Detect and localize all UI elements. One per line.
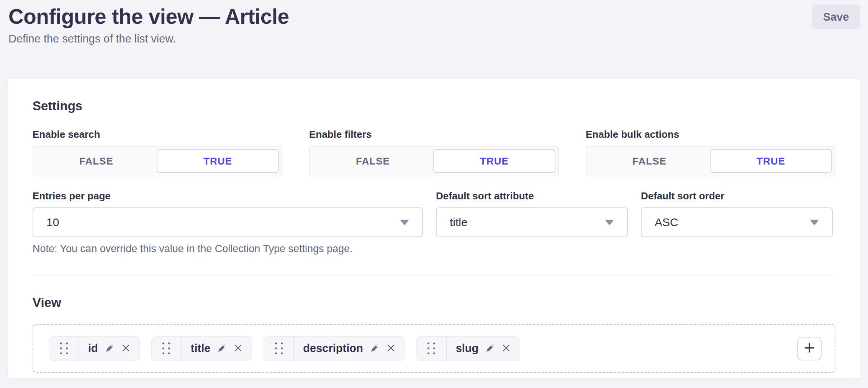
- caret-down-icon: [605, 220, 614, 225]
- enable-filters-field: Enable filters FALSE TRUE: [309, 129, 559, 176]
- save-button[interactable]: Save: [812, 5, 860, 29]
- default-sort-order-field: Default sort order ASC: [641, 190, 833, 255]
- enable-search-false-option[interactable]: FALSE: [36, 149, 157, 173]
- enable-bulk-actions-true-option[interactable]: TRUE: [710, 149, 832, 173]
- default-sort-order-label: Default sort order: [641, 190, 833, 202]
- field-chip-label: title: [191, 342, 211, 355]
- pencil-icon: [370, 343, 380, 354]
- edit-field-button[interactable]: [370, 343, 380, 354]
- drag-handle[interactable]: [152, 337, 182, 360]
- drag-handle-icon: [275, 342, 283, 354]
- drag-handle-icon: [162, 342, 170, 354]
- field-chip-id[interactable]: id: [49, 336, 140, 361]
- caret-down-icon: [400, 220, 409, 225]
- remove-field-button[interactable]: [234, 344, 242, 354]
- default-sort-order-value: ASC: [655, 216, 678, 229]
- enable-search-label: Enable search: [33, 129, 282, 140]
- caret-down-icon: [810, 220, 819, 225]
- drag-handle[interactable]: [49, 337, 79, 360]
- chip-body: description: [294, 337, 404, 360]
- drag-handle-icon: [60, 342, 68, 354]
- close-icon: [121, 344, 130, 354]
- drag-handle[interactable]: [264, 337, 294, 360]
- chip-body: slug: [447, 337, 520, 360]
- enable-filters-false-option[interactable]: FALSE: [313, 149, 433, 173]
- field-chip-label: description: [303, 342, 363, 355]
- close-icon: [234, 344, 242, 354]
- edit-field-button[interactable]: [217, 343, 227, 354]
- toggles-row: Enable search FALSE TRUE Enable filters …: [33, 129, 835, 176]
- enable-bulk-actions-false-option[interactable]: FALSE: [589, 149, 710, 173]
- remove-field-button[interactable]: [121, 344, 130, 354]
- field-chip-description[interactable]: description: [264, 336, 405, 361]
- entries-per-page-field: Entries per page 10 Note: You can overri…: [33, 190, 423, 255]
- default-sort-order-select[interactable]: ASC: [641, 207, 833, 237]
- enable-filters-toggle: FALSE TRUE: [309, 146, 559, 176]
- drag-handle[interactable]: [417, 337, 447, 360]
- chip-body: id: [79, 337, 139, 360]
- enable-bulk-actions-label: Enable bulk actions: [586, 129, 835, 140]
- enable-bulk-actions-toggle: FALSE TRUE: [586, 146, 835, 176]
- enable-bulk-actions-field: Enable bulk actions FALSE TRUE: [586, 129, 835, 176]
- settings-heading: Settings: [33, 99, 835, 113]
- close-icon: [502, 344, 511, 354]
- pencil-icon: [105, 343, 115, 354]
- enable-search-toggle: FALSE TRUE: [33, 146, 282, 176]
- remove-field-button[interactable]: [387, 344, 395, 354]
- edit-field-button[interactable]: [105, 343, 115, 354]
- section-divider: [33, 275, 835, 276]
- chip-body: title: [182, 337, 252, 360]
- pencil-icon: [485, 343, 495, 354]
- drag-handle-icon: [427, 342, 435, 354]
- default-sort-attribute-field: Default sort attribute title: [436, 190, 628, 255]
- settings-card: Settings Enable search FALSE TRUE Enable…: [8, 79, 860, 378]
- entries-per-page-note: Note: You can override this value in the…: [33, 243, 423, 255]
- enable-search-true-option[interactable]: TRUE: [157, 149, 279, 173]
- default-sort-attribute-value: title: [450, 216, 468, 229]
- remove-field-button[interactable]: [502, 344, 511, 354]
- plus-icon: [803, 342, 816, 355]
- page-title: Configure the view — Article: [8, 5, 860, 29]
- entries-per-page-select[interactable]: 10: [33, 207, 423, 237]
- page-subtitle: Define the settings of the list view.: [8, 33, 860, 45]
- field-chip-slug[interactable]: slug: [416, 336, 521, 361]
- enable-search-field: Enable search FALSE TRUE: [33, 129, 282, 176]
- view-heading: View: [33, 295, 835, 310]
- field-chip-label: id: [88, 342, 98, 355]
- default-sort-attribute-label: Default sort attribute: [436, 190, 628, 202]
- pencil-icon: [217, 343, 227, 354]
- field-chip-label: slug: [456, 342, 479, 355]
- default-sort-attribute-select[interactable]: title: [436, 207, 628, 237]
- edit-field-button[interactable]: [485, 343, 495, 354]
- field-chip-title[interactable]: title: [151, 336, 252, 361]
- selects-row: Entries per page 10 Note: You can overri…: [33, 190, 835, 255]
- enable-filters-label: Enable filters: [309, 129, 559, 140]
- page-header: Configure the view — Article Define the …: [0, 0, 868, 45]
- close-icon: [387, 344, 395, 354]
- enable-filters-true-option[interactable]: TRUE: [433, 149, 555, 173]
- entries-per-page-label: Entries per page: [33, 190, 423, 202]
- add-field-button[interactable]: [797, 337, 822, 360]
- entries-per-page-value: 10: [46, 216, 59, 229]
- view-fields-drop-zone: id title: [33, 324, 835, 373]
